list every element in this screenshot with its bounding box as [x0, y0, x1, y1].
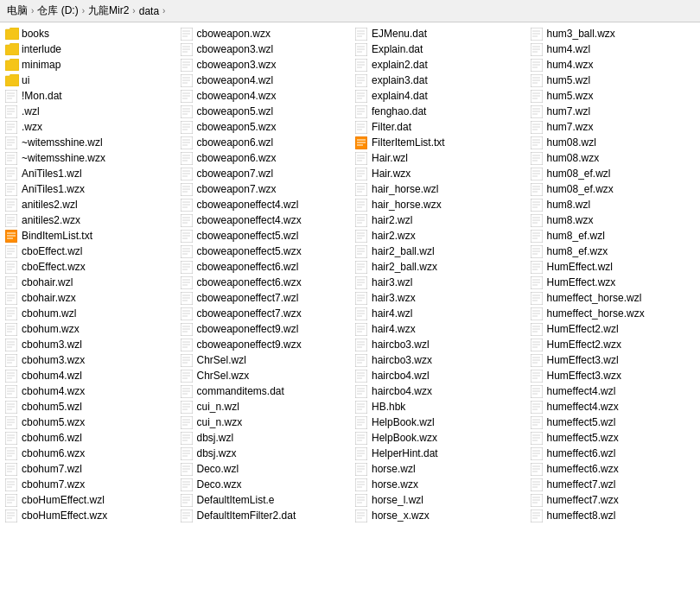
list-item[interactable]: interlude	[2, 41, 174, 57]
list-item[interactable]: HumEffect3.wzl	[527, 352, 699, 368]
list-item[interactable]: HB.hbk	[352, 399, 524, 415]
list-item[interactable]: hair3.wzx	[352, 290, 524, 306]
list-item[interactable]: cbohair.wzl	[2, 275, 174, 290]
list-item[interactable]: !Mon.dat	[2, 88, 174, 104]
list-item[interactable]: explain4.dat	[352, 88, 524, 104]
list-item[interactable]: horse.wzl	[352, 461, 524, 477]
list-item[interactable]: hair_horse.wzl	[352, 181, 524, 197]
list-item[interactable]: hum8.wzl	[527, 197, 699, 212]
list-item[interactable]: cboweapon5.wzl	[177, 104, 349, 119]
list-item[interactable]: cbohum5.wzl	[2, 399, 174, 415]
list-item[interactable]: .wzx	[2, 119, 174, 135]
list-item[interactable]: humeffect_horse.wzl	[527, 290, 699, 306]
list-item[interactable]: cboweaponeffect4.wzx	[177, 212, 349, 228]
list-item[interactable]: cboweapon3.wzl	[177, 41, 349, 57]
list-item[interactable]: cboweaponeffect5.wzl	[177, 228, 349, 244]
list-item[interactable]: cboweaponeffect6.wzx	[177, 275, 349, 290]
list-item[interactable]: cbohair.wzx	[2, 290, 174, 306]
list-item[interactable]: hair_horse.wzx	[352, 197, 524, 212]
list-item[interactable]: cbohum7.wzx	[2, 477, 174, 492]
list-item[interactable]: explain3.dat	[352, 73, 524, 88]
list-item[interactable]: explain2.dat	[352, 57, 524, 73]
list-item[interactable]: HumEffect3.wzx	[527, 368, 699, 383]
list-item[interactable]: humeffect4.wzl	[527, 383, 699, 399]
list-item[interactable]: Hair.wzx	[352, 166, 524, 181]
list-item[interactable]: cbohum5.wzx	[2, 415, 174, 430]
list-item[interactable]: cboweapon5.wzx	[177, 119, 349, 135]
list-item[interactable]: BindItemList.txt	[2, 228, 174, 244]
list-item[interactable]: hair2.wzl	[352, 212, 524, 228]
list-item[interactable]: humeffect7.wzl	[527, 477, 699, 492]
list-item[interactable]: .wzl	[2, 104, 174, 119]
list-item[interactable]: hair4.wzx	[352, 321, 524, 337]
list-item[interactable]: HumEffect2.wzx	[527, 337, 699, 352]
list-item[interactable]: cbohum7.wzl	[2, 461, 174, 477]
list-item[interactable]: AniTiles1.wzx	[2, 181, 174, 197]
list-item[interactable]: Filter.dat	[352, 119, 524, 135]
list-item[interactable]: haircbo4.wzx	[352, 383, 524, 399]
list-item[interactable]: hum3_ball.wzx	[527, 26, 699, 41]
list-item[interactable]: hair2_ball.wzl	[352, 244, 524, 259]
list-item[interactable]: AniTiles1.wzl	[2, 166, 174, 181]
list-item[interactable]: EJMenu.dat	[352, 26, 524, 41]
list-item[interactable]: books	[2, 26, 174, 41]
list-item[interactable]: cbohum6.wzl	[2, 430, 174, 446]
list-item[interactable]: hum8.wzx	[527, 212, 699, 228]
list-item[interactable]: cboweaponeffect4.wzl	[177, 197, 349, 212]
list-item[interactable]: cboweapon6.wzx	[177, 150, 349, 166]
list-item[interactable]: cbohum.wzl	[2, 306, 174, 321]
list-item[interactable]: Deco.wzx	[177, 477, 349, 492]
list-item[interactable]: Explain.dat	[352, 41, 524, 57]
list-item[interactable]: hum8_ef.wzx	[527, 244, 699, 259]
list-item[interactable]: HumEffect.wzl	[527, 259, 699, 275]
list-item[interactable]: cboweaponeffect7.wzl	[177, 290, 349, 306]
list-item[interactable]: Hair.wzl	[352, 150, 524, 166]
list-item[interactable]: hum4.wzx	[527, 57, 699, 73]
list-item[interactable]: hum8_ef.wzl	[527, 228, 699, 244]
list-item[interactable]: DefaultItemFilter2.dat	[177, 508, 349, 523]
list-item[interactable]: cboweapon4.wzl	[177, 73, 349, 88]
list-item[interactable]: FilterItemList.txt	[352, 135, 524, 150]
list-item[interactable]: cboweapon7.wzl	[177, 166, 349, 181]
list-item[interactable]: HelpBook.wzl	[352, 415, 524, 430]
list-item[interactable]: anitiles2.wzx	[2, 212, 174, 228]
list-item[interactable]: cui_n.wzx	[177, 415, 349, 430]
list-item[interactable]: cboweaponeffect5.wzx	[177, 244, 349, 259]
list-item[interactable]: humeffect_horse.wzx	[527, 306, 699, 321]
list-item[interactable]: cbohum4.wzl	[2, 368, 174, 383]
list-item[interactable]: cboweapon7.wzx	[177, 181, 349, 197]
list-item[interactable]: cboweaponeffect6.wzl	[177, 259, 349, 275]
list-item[interactable]: hum08_ef.wzx	[527, 181, 699, 197]
list-item[interactable]: hum7.wzx	[527, 119, 699, 135]
list-item[interactable]: humeffect5.wzl	[527, 415, 699, 430]
list-item[interactable]: dbsj.wzl	[177, 430, 349, 446]
list-item[interactable]: hum08.wzx	[527, 150, 699, 166]
list-item[interactable]: cboweaponeffect7.wzx	[177, 306, 349, 321]
list-item[interactable]: ~witemsshine.wzx	[2, 150, 174, 166]
list-item[interactable]: cboweaponeffect9.wzl	[177, 321, 349, 337]
list-item[interactable]: ChrSel.wzl	[177, 352, 349, 368]
list-item[interactable]: HumEffect2.wzl	[527, 321, 699, 337]
list-item[interactable]: hum5.wzl	[527, 73, 699, 88]
breadcrumb-drive[interactable]: 仓库 (D:)	[37, 3, 78, 18]
list-item[interactable]: ~witemsshine.wzl	[2, 135, 174, 150]
list-item[interactable]: minimap	[2, 57, 174, 73]
list-item[interactable]: haircbo4.wzl	[352, 368, 524, 383]
list-item[interactable]: cboweapon6.wzl	[177, 135, 349, 150]
list-item[interactable]: cbohum4.wzx	[2, 383, 174, 399]
list-item[interactable]: commanditems.dat	[177, 383, 349, 399]
breadcrumb-folder1[interactable]: 九龍Mir2	[88, 3, 129, 18]
list-item[interactable]: cbohum3.wzx	[2, 352, 174, 368]
list-item[interactable]: horse_x.wzx	[352, 508, 524, 523]
list-item[interactable]: horse_l.wzl	[352, 492, 524, 508]
list-item[interactable]: humeffect6.wzl	[527, 446, 699, 461]
breadcrumb-computer[interactable]: 电脑	[7, 3, 28, 18]
list-item[interactable]: cbohum3.wzl	[2, 337, 174, 352]
list-item[interactable]: HumEffect.wzx	[527, 275, 699, 290]
list-item[interactable]: hum08_ef.wzl	[527, 166, 699, 181]
list-item[interactable]: cboEffect.wzl	[2, 244, 174, 259]
list-item[interactable]: cboweaponeffect9.wzx	[177, 337, 349, 352]
breadcrumb-folder2[interactable]: data	[139, 5, 159, 17]
list-item[interactable]: cui_n.wzl	[177, 399, 349, 415]
list-item[interactable]: cboweapon3.wzx	[177, 57, 349, 73]
